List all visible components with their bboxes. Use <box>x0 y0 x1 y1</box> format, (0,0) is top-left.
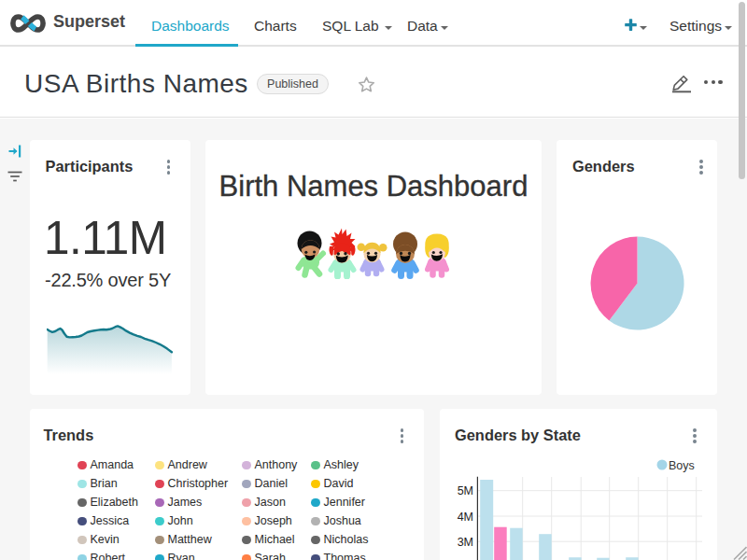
svg-text:4M: 4M <box>458 511 473 524</box>
svg-text:5M: 5M <box>458 484 473 497</box>
svg-text:Boys: Boys <box>669 459 695 472</box>
svg-text:3M: 3M <box>458 536 473 549</box>
